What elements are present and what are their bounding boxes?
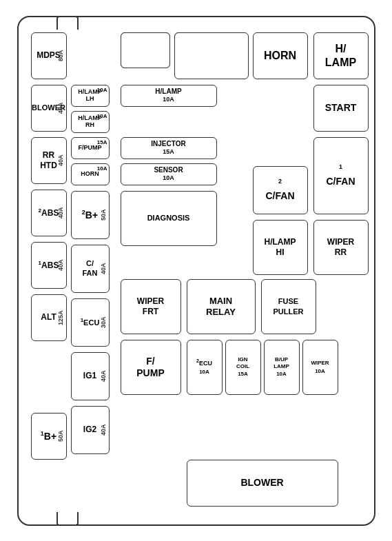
fuse-abs2: 2ABS 40A — [31, 190, 67, 236]
fuse-ecu1: 1ECU 30A — [71, 298, 110, 347]
connector-tab-top — [56, 16, 79, 30]
fuse-rr-htd: RRHTD 40A — [31, 137, 67, 184]
fuse-bup-lamp: B/UPLAMP 10A — [264, 340, 300, 395]
fuse-fpump-right: F/PUMP — [121, 340, 181, 395]
fuse-puller: FUSEPULLER — [261, 279, 316, 334]
fuse-wiper-rr: WIPERRR — [313, 220, 369, 275]
fuse-b-plus-bottom: 1B+ 50A — [31, 413, 67, 460]
fuse-hlamp-top: H/LAMP — [313, 32, 369, 79]
fuse-abs1: 1ABS 40A — [31, 242, 67, 289]
fuse-main-relay: MAINRELAY — [187, 279, 256, 334]
fuse-blower-left: BLOWER 40A — [31, 85, 67, 132]
fuse-hlamp-lh: H/LAMPLH 10A — [71, 85, 110, 107]
fuse-start: START — [313, 85, 369, 132]
fuse-diagnosis: DIAGNOSIS — [121, 191, 217, 246]
fuse-b-plus-mid: 2B+ 50A — [71, 191, 110, 239]
fuse-horn-top: HORN — [253, 32, 308, 79]
fuse-ecu2: 2ECU 10A — [187, 340, 223, 395]
fuse-ig1: IG1 40A — [71, 352, 110, 400]
connector-tab-bottom — [56, 512, 79, 526]
fuse-empty-mid2 — [174, 32, 249, 79]
fuse-ig2: IG2 40A — [71, 406, 110, 454]
fuse-ign-coil: IGNCOIL 15A — [225, 340, 261, 395]
fuse-cfan-mid: C/FAN 40A — [71, 245, 110, 293]
fuse-blower-right: BLOWER — [187, 460, 338, 507]
fuse-box: MDPS 80A BLOWER 40A RRHTD 40A 2ABS 40A 1… — [10, 9, 382, 533]
fuse-empty-mid1 — [121, 32, 170, 68]
fuse-wiper-small: WIPER 10A — [302, 340, 338, 395]
fuse-fpump-mid: F/PUMP 15A — [71, 137, 110, 159]
fuse-cfan1: 1C/FAN — [313, 137, 369, 214]
fuse-sensor: SENSOR 10A — [121, 163, 217, 185]
fuse-wiper-frt: WIPERFRT — [121, 279, 181, 334]
main-outline: MDPS 80A BLOWER 40A RRHTD 40A 2ABS 40A 1… — [17, 16, 375, 526]
fuse-hlamp-hi: H/LAMPHI — [253, 220, 308, 275]
fuse-horn-mid: HORN 10A — [71, 163, 110, 185]
fuse-injector: INJECTOR 15A — [121, 137, 217, 159]
fuse-alt: ALT 125A — [31, 294, 67, 341]
fuse-hlamp-10a: H/LAMP 10A — [121, 85, 217, 107]
fuse-cfan2: 2C/FAN — [253, 166, 308, 214]
fuse-mdps: MDPS 80A — [31, 32, 67, 79]
fuse-hlamp-rh: H/LAMPRH 10A — [71, 111, 110, 133]
